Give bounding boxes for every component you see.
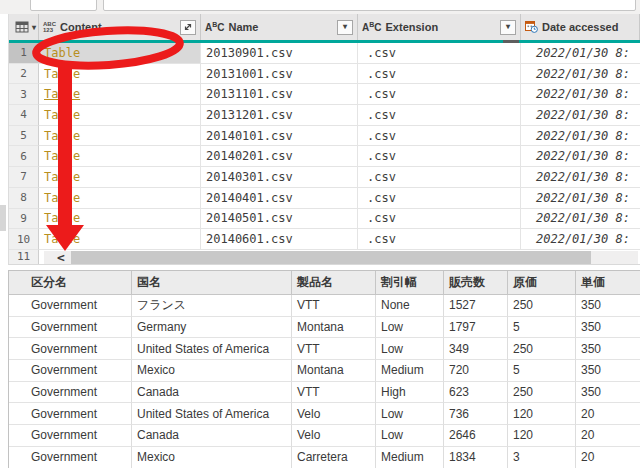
date-accessed-cell[interactable]: 2022/01/30 8:	[521, 167, 640, 188]
preview-cell: United States of America	[132, 403, 292, 425]
name-cell[interactable]: 20140601.csv	[201, 229, 358, 250]
row-number: 8	[9, 188, 39, 209]
grid-footer-row: 11 <	[9, 250, 640, 265]
preview-column-header: 国名	[132, 271, 292, 295]
name-cell[interactable]: 20140301.csv	[201, 167, 358, 188]
scrollbar-thumb[interactable]	[71, 251, 591, 264]
preview-cell: Canada	[132, 425, 292, 447]
extension-cell[interactable]: .csv	[358, 126, 521, 147]
date-accessed-cell[interactable]: 2022/01/30 8:	[521, 43, 640, 64]
content-cell[interactable]: Table	[39, 167, 201, 188]
column-header-name[interactable]: ABCName▾	[201, 14, 358, 40]
preview-cell: 350	[576, 382, 640, 404]
name-cell[interactable]: 20130901.csv	[201, 43, 358, 64]
name-cell[interactable]: 20140201.csv	[201, 146, 358, 167]
table-row: 10Table20140601.csv.csv2022/01/30 8:	[9, 229, 640, 250]
preview-cell: 349	[444, 338, 508, 360]
name-cell[interactable]: 20140501.csv	[201, 209, 358, 230]
table-row: 3Table20131101.csv.csv2022/01/30 8:	[9, 84, 640, 105]
preview-cell: 20	[576, 403, 640, 425]
formula-input-box[interactable]	[103, 0, 636, 11]
content-cell[interactable]: Table	[39, 64, 201, 85]
name-cell[interactable]: 20131101.csv	[201, 84, 358, 105]
preview-row: GovernmentGermanyMontanaLow17975350	[9, 317, 640, 339]
extension-cell[interactable]: .csv	[358, 209, 521, 230]
filter-dropdown-button[interactable]: ▾	[337, 20, 353, 35]
table-link[interactable]: Table	[44, 108, 80, 122]
preview-cell: 5	[508, 317, 576, 339]
select-all-corner-button[interactable]: ▾	[9, 14, 39, 40]
content-cell[interactable]: Table	[39, 188, 201, 209]
preview-cell: Government	[9, 425, 132, 447]
content-cell[interactable]: Table	[39, 43, 201, 64]
extension-cell[interactable]: .csv	[358, 188, 521, 209]
abc-icon: ABC	[362, 21, 382, 33]
extension-cell[interactable]: .csv	[358, 43, 521, 64]
extension-cell[interactable]: .csv	[358, 146, 521, 167]
content-cell[interactable]: Table	[39, 229, 201, 250]
preview-cell: Government	[9, 295, 132, 317]
column-header-content[interactable]: ABC123Content	[39, 14, 201, 40]
table-row: 4Table20131201.csv.csv2022/01/30 8:	[9, 105, 640, 126]
date-accessed-cell[interactable]: 2022/01/30 8:	[521, 188, 640, 209]
abc-icon: ABC	[205, 21, 225, 33]
content-cell[interactable]: Table	[39, 146, 201, 167]
date-accessed-cell[interactable]: 2022/01/30 8:	[521, 126, 640, 147]
preview-cell: 350	[576, 295, 640, 317]
chevron-down-icon: ▾	[506, 23, 510, 31]
date-accessed-cell[interactable]: 2022/01/30 8:	[521, 209, 640, 230]
expand-column-button[interactable]	[180, 20, 196, 35]
chevron-down-icon: ▾	[32, 23, 36, 32]
queries-pane-handle[interactable]	[0, 205, 6, 231]
table-link[interactable]: Table	[44, 46, 80, 60]
content-cell[interactable]: Table	[39, 126, 201, 147]
content-cell[interactable]: Table	[39, 84, 201, 105]
row-number: 3	[9, 84, 39, 105]
grid-header-row: ▾ ABC123ContentABCName▾ABCExtension▾Date…	[9, 14, 640, 40]
table-link[interactable]: Table	[44, 211, 80, 225]
preview-cell: Medium	[376, 447, 444, 468]
table-link[interactable]: Table	[44, 149, 80, 163]
table-link[interactable]: Table	[44, 87, 80, 101]
name-cell[interactable]: 20140401.csv	[201, 188, 358, 209]
filter-dropdown-button[interactable]: ▾	[500, 20, 516, 35]
preview-cell: 2646	[444, 425, 508, 447]
date-accessed-cell[interactable]: 2022/01/30 8:	[521, 229, 640, 250]
content-cell[interactable]: Table	[39, 105, 201, 126]
preview-cell: VTT	[292, 382, 376, 404]
extension-cell[interactable]: .csv	[358, 105, 521, 126]
column-header-date-accessed[interactable]: Date accessed	[521, 14, 640, 40]
date-accessed-cell[interactable]: 2022/01/30 8:	[521, 64, 640, 85]
preview-cell: 3	[508, 447, 576, 468]
scroll-left-icon[interactable]: <	[54, 251, 68, 264]
table-link[interactable]: Table	[44, 67, 80, 81]
preview-cell: Government	[9, 360, 132, 382]
extension-cell[interactable]: .csv	[358, 167, 521, 188]
preview-cell: フランス	[132, 295, 292, 317]
table-link[interactable]: Table	[44, 232, 80, 246]
extension-cell[interactable]: .csv	[358, 229, 521, 250]
date-accessed-cell[interactable]: 2022/01/30 8:	[521, 84, 640, 105]
preview-cell: 120	[508, 425, 576, 447]
preview-row: GovernmentMexicoCarreteraMedium1834320	[9, 447, 640, 468]
extension-cell[interactable]: .csv	[358, 64, 521, 85]
name-cell[interactable]: 20131201.csv	[201, 105, 358, 126]
preview-row: GovernmentMexicoMontanaMedium7205350	[9, 360, 640, 382]
preview-row: GovernmentCanadaVeloLow264612020	[9, 425, 640, 447]
date-accessed-cell[interactable]: 2022/01/30 8:	[521, 146, 640, 167]
name-cell[interactable]: 20131001.csv	[201, 64, 358, 85]
table-link[interactable]: Table	[44, 170, 80, 184]
preview-cell: Government	[9, 338, 132, 360]
content-cell[interactable]: Table	[39, 209, 201, 230]
table-link[interactable]: Table	[44, 191, 80, 205]
table-row: 8Table20140401.csv.csv2022/01/30 8:	[9, 188, 640, 209]
extension-cell[interactable]: .csv	[358, 84, 521, 105]
name-cell[interactable]: 20140101.csv	[201, 126, 358, 147]
expand-arrows-icon	[183, 22, 193, 32]
column-header-extension[interactable]: ABCExtension▾	[358, 14, 521, 40]
horizontal-scrollbar[interactable]: <	[44, 251, 638, 264]
date-accessed-cell[interactable]: 2022/01/30 8:	[521, 105, 640, 126]
formula-fx-box[interactable]	[30, 0, 97, 11]
table-link[interactable]: Table	[44, 129, 80, 143]
preview-cell: Canada	[132, 382, 292, 404]
